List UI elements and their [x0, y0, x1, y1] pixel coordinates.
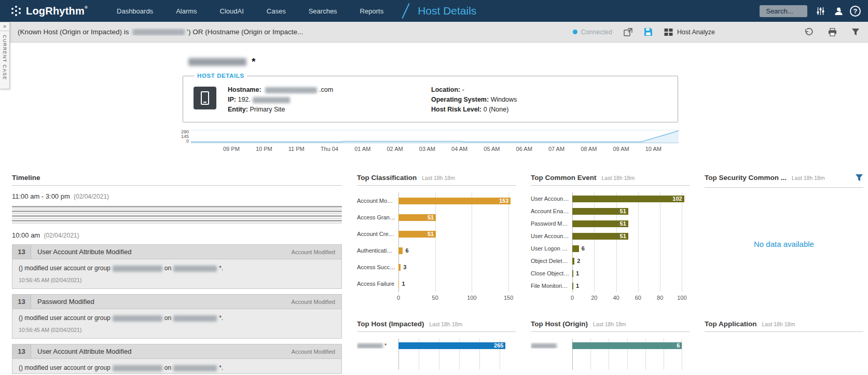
bar[interactable] — [398, 247, 403, 254]
os-row: Operating System: Windows — [431, 95, 517, 105]
filter-sliders-icon[interactable] — [816, 7, 825, 16]
bar[interactable] — [398, 342, 505, 349]
bar-category-label: Account Created — [357, 231, 398, 237]
nav-item-cases[interactable]: Cases — [267, 7, 286, 15]
host-title-asterisk: * — [252, 56, 255, 67]
search-button[interactable]: Search... — [760, 5, 807, 17]
nav-item-alarms[interactable]: Alarms — [176, 7, 197, 15]
panel-title: Top Host (Impacted) — [357, 320, 424, 328]
open-in-new-window-icon[interactable] — [624, 28, 632, 36]
help-icon[interactable]: ? — [850, 6, 861, 17]
axis-tick-label: 100 — [677, 295, 686, 301]
panel-title: Top Application — [705, 320, 757, 328]
bar-row: Object Deleted...2 — [531, 255, 690, 267]
redacted-target-host — [173, 315, 217, 322]
user-menu[interactable]: ▾ — [834, 6, 841, 16]
timeline-group-1[interactable]: 11:00 am - 3:00 pm (02/04/2021) — [12, 192, 342, 200]
bar[interactable] — [398, 198, 511, 204]
sparkline-x-tick: 09 PM — [223, 146, 240, 152]
bar-value: 3 — [401, 264, 406, 271]
panel-title: Top Classification — [357, 174, 417, 182]
redacted-bar-label — [531, 343, 557, 349]
host-device-icon — [194, 87, 216, 109]
event-timestamp: 10:56:45 AM (02/04/2021) — [12, 324, 341, 338]
event-card-header[interactable]: 13 User Account Attribute Modified Accou… — [12, 344, 341, 359]
undo-icon[interactable] — [804, 28, 814, 36]
event-card: 13 User Account Attribute Modified Accou… — [12, 244, 342, 289]
event-card-header[interactable]: 13 Password Modified Account Modified — [12, 295, 341, 309]
axis-tick-label: 0 — [397, 295, 400, 301]
bar-row: Access Granted51 — [357, 209, 516, 226]
save-search-icon[interactable] — [644, 27, 653, 36]
bar-value: 51 — [428, 231, 434, 238]
sparkline-x-tick: 07 AM — [548, 146, 564, 152]
timeline-group-2[interactable]: 10:00 am (02/04/2021) — [12, 231, 342, 239]
bar[interactable] — [572, 342, 682, 349]
event-card: 13 User Account Attribute Modified Accou… — [12, 344, 342, 374]
host-info-left-column: Hostname: .com IP: 192. Entity: Primary … — [228, 85, 431, 115]
redacted-bar-label — [357, 343, 383, 349]
sparkline-svg — [191, 130, 679, 143]
bar-row: Authentication ...6 — [357, 242, 516, 259]
bar[interactable] — [572, 196, 684, 202]
bar-category-label: Account Modifi... — [357, 198, 398, 204]
bar-value: 1 — [573, 270, 579, 277]
sparkline-plot[interactable] — [191, 130, 679, 143]
logrhythm-logo: LogRhythm® — [10, 5, 88, 17]
chart-x-axis: 050100150 — [398, 295, 514, 304]
event-description: () modified user account or groupon*. — [12, 359, 341, 373]
panel-title: Top Security Common ... — [705, 174, 787, 182]
current-case-label[interactable]: CURRENT CASE — [2, 35, 7, 80]
redacted-hostname — [265, 87, 317, 93]
axis-tick-label: 60 — [635, 295, 641, 301]
event-card-header[interactable]: 13 User Account Attribute Modified Accou… — [12, 245, 341, 259]
top-nav: LogRhythm® Dashboards Alarms CloudAI Cas… — [0, 0, 868, 22]
host-info-right-column: Location: - Operating System: Windows Ho… — [431, 85, 517, 115]
search-filter-text[interactable]: (Known Host (Origin or Impacted) is ') O… — [18, 28, 561, 36]
grid-layout-icon — [664, 29, 673, 36]
collapsed-event-rows[interactable] — [12, 206, 342, 224]
bar-category-label: Close Object Fai... — [531, 270, 572, 276]
sparkline-x-tick: 05 AM — [484, 146, 500, 152]
sparkline-x-tick: Thu 04 — [321, 146, 338, 152]
connected-label: Connected — [581, 29, 612, 36]
expand-panel-icon[interactable]: » — [0, 22, 9, 31]
nav-item-dashboards[interactable]: Dashboards — [117, 7, 153, 15]
event-classification: Account Modified — [292, 349, 341, 355]
nav-item-reports[interactable]: Reports — [360, 7, 384, 15]
bar[interactable] — [572, 245, 579, 252]
nav-item-searches[interactable]: Searches — [309, 7, 337, 15]
bar-row: File Monitoring...1 — [531, 280, 690, 292]
host-analyze-button[interactable]: Host Analyze — [664, 29, 715, 36]
sparkline-y-labels: 2901450 — [176, 130, 191, 143]
host-details-legend: HOST DETAILS — [195, 73, 247, 79]
event-count-badge: 13 — [12, 295, 31, 309]
sparkline-y-tick: 0 — [176, 139, 189, 144]
ip-row: IP: 192. — [228, 95, 431, 105]
axis-tick-label: 0 — [571, 295, 574, 301]
bar-row: User Account A...102 — [531, 192, 690, 205]
bar-row: Access Success3 — [357, 259, 516, 275]
bar-category-label: User Account C... — [531, 233, 572, 239]
timeline-title: Timeline — [12, 174, 40, 182]
nav-item-cloudai[interactable]: CloudAI — [220, 7, 244, 15]
bar-row: 6 — [531, 339, 690, 352]
redacted-account — [113, 266, 162, 272]
current-case-tab[interactable]: » CURRENT CASE — [0, 22, 10, 89]
filter-funnel-icon[interactable] — [851, 28, 860, 36]
sparkline-x-tick: 11 PM — [288, 146, 305, 152]
brand-trademark: ® — [85, 5, 88, 10]
event-title: User Account Attribute Modified — [31, 248, 292, 256]
event-count-badge: 13 — [12, 344, 31, 358]
bar-category-label: File Monitoring... — [531, 283, 572, 289]
bar-category-label: Access Success — [357, 264, 398, 270]
host-details-panel: HOST DETAILS Hostname: .com IP: 192. Ent… — [183, 73, 678, 122]
panel-filter-funnel-icon[interactable] — [855, 174, 863, 184]
panel-time-range: Last 18h 18m — [602, 175, 635, 181]
bar-category-label — [531, 342, 572, 349]
bar-value: 2 — [574, 258, 580, 265]
bar-value: 6 — [579, 245, 585, 252]
print-icon[interactable] — [828, 28, 837, 36]
bar-value: 1 — [573, 283, 579, 289]
panel-title: Top Host (Origin) — [531, 320, 588, 328]
